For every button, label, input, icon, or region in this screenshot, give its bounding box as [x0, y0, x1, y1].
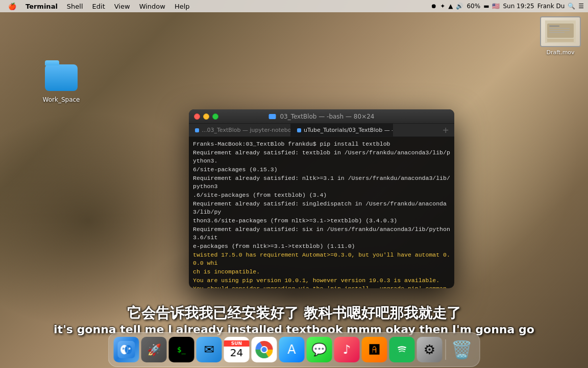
- minimize-button[interactable]: [203, 113, 209, 120]
- menubar: 🍎 Terminal Shell Edit View Window Help ⏺…: [0, 0, 588, 12]
- thumbnail-label: Draft.mov: [540, 49, 581, 56]
- terminal-line-7: thon3.6/site-packages (from nltk>=3.1->t…: [193, 217, 450, 225]
- terminal-line-6: Requirement already satisfied: singledis…: [193, 200, 450, 217]
- menu-help[interactable]: Help: [170, 0, 194, 12]
- tab-bash-label: uTube_Tutorials/03_TextBlob — -bash: [304, 127, 393, 133]
- dock-messages[interactable]: 💬: [307, 337, 332, 362]
- menu-view[interactable]: View: [110, 0, 134, 12]
- terminal-icon: [269, 114, 276, 119]
- desktop-icon-workspace[interactable]: Work_Space: [41, 61, 82, 103]
- svg-rect-4: [549, 28, 570, 29]
- recording-indicator: ⏺: [431, 3, 437, 10]
- terminal-line-4: Requirement already satisfied: nltk>=3.1…: [193, 174, 450, 191]
- svg-rect-2: [547, 39, 574, 42]
- terminal-line-12: You are using pip version 10.0.1, howeve…: [193, 277, 450, 285]
- battery-level: 60%: [467, 3, 480, 10]
- dock-appstore[interactable]: A: [279, 337, 305, 362]
- tab-dot-active: [297, 128, 301, 132]
- terminal-titlebar: 03_TextBlob — -bash — 80×24: [189, 109, 454, 124]
- app-name[interactable]: Terminal: [21, 0, 62, 12]
- username: Frank Du: [537, 3, 565, 10]
- dock-terminal[interactable]: $_: [169, 337, 194, 362]
- dock-mail[interactable]: ✉️: [197, 337, 222, 362]
- tab-jupyter-label: ...03_TextBlob — jupyter-notebook • pyth…: [202, 127, 291, 133]
- dock-weibo[interactable]: ♪: [334, 337, 360, 362]
- svg-rect-5: [549, 30, 570, 31]
- folder-label: Work_Space: [43, 96, 80, 103]
- terminal-line-10: twisted 17.5.0 has requirement Automat>=…: [193, 251, 450, 268]
- thumbnail-preview[interactable]: [540, 16, 581, 47]
- menubar-right: ⏺ ✦ ▲ 🔊 60% ▬ 🇺🇸 Sun 19:25 Frank Du 🔍 ☰: [431, 3, 584, 10]
- terminal-line-13: You should consider upgrading via the 'p…: [193, 285, 450, 288]
- dock-launchpad[interactable]: 🚀: [141, 337, 167, 362]
- dock-unknown1[interactable]: 🅰: [362, 337, 387, 362]
- dock-calendar[interactable]: SUN 24: [224, 337, 250, 362]
- dock: 🚀 $_ ✉️ SUN 24 A 💬 ♪ 🅰: [108, 332, 480, 367]
- dock-chrome[interactable]: [252, 337, 277, 362]
- traffic-lights: [194, 113, 218, 120]
- svg-point-12: [122, 348, 124, 349]
- dock-separator: [446, 339, 446, 360]
- menu-edit[interactable]: Edit: [88, 0, 109, 12]
- menu-window[interactable]: Window: [135, 0, 169, 12]
- bluetooth-icon: ✦: [440, 3, 445, 10]
- tab-dot: [195, 128, 199, 132]
- svg-rect-6: [549, 32, 565, 33]
- terminal-line-2: Requirement already satisfied: textblob …: [193, 149, 450, 166]
- terminal-window: 03_TextBlob — -bash — 80×24 ...03_TextBl…: [189, 109, 454, 288]
- tab-jupyter[interactable]: ...03_TextBlob — jupyter-notebook • pyth…: [189, 124, 291, 136]
- terminal-line-5: .6/site-packages (from textblob) (3.4): [193, 191, 450, 200]
- terminal-title: 03_TextBlob — -bash — 80×24: [269, 113, 375, 120]
- tab-bash[interactable]: uTube_Tutorials/03_TextBlob — -bash: [291, 124, 393, 136]
- terminal-line-9: e-packages (from nltk>=3.1->textblob) (1…: [193, 242, 450, 251]
- flag-icon: 🇺🇸: [492, 3, 500, 10]
- notification-icon[interactable]: ☰: [578, 3, 584, 10]
- battery-icon: ▬: [483, 3, 489, 10]
- terminal-tabs: ...03_TextBlob — jupyter-notebook • pyth…: [189, 124, 454, 137]
- svg-rect-3: [549, 26, 559, 27]
- terminal-content[interactable]: Franks-MacBook:03_TextBlob frankdu$ pip …: [189, 137, 454, 288]
- terminal-line-8: Requirement already satisfied: six in /U…: [193, 225, 450, 242]
- svg-point-9: [125, 345, 132, 354]
- dock-settings[interactable]: ⚙️: [417, 337, 443, 362]
- dock-finder[interactable]: [114, 337, 139, 362]
- dock-spotify[interactable]: [389, 337, 415, 362]
- apple-menu[interactable]: 🍎: [4, 0, 20, 12]
- menu-shell[interactable]: Shell: [63, 0, 87, 12]
- folder-icon: [45, 61, 78, 94]
- menubar-left: 🍎 Terminal Shell Edit View Window Help: [4, 0, 194, 12]
- terminal-line-1: Franks-MacBook:03_TextBlob frankdu$ pip …: [193, 140, 450, 149]
- terminal-line-11: ch is incompatible.: [193, 268, 450, 277]
- svg-point-14: [129, 348, 130, 349]
- terminal-line-3: 6/site-packages (0.15.3): [193, 166, 450, 174]
- search-icon[interactable]: 🔍: [568, 3, 575, 10]
- volume-icon: 🔊: [456, 3, 463, 10]
- add-tab-button[interactable]: +: [437, 124, 454, 136]
- maximize-button[interactable]: [212, 113, 218, 120]
- subtitle-chinese: 它会告诉我我已经安装好了 教科书嗯好吧那我就走了: [10, 304, 578, 323]
- wifi-icon: ▲: [448, 3, 453, 10]
- thumbnail-content: [541, 17, 580, 46]
- svg-point-18: [395, 342, 410, 357]
- close-button[interactable]: [194, 113, 200, 120]
- datetime: Sun 19:25: [503, 3, 534, 10]
- svg-point-17: [262, 347, 267, 352]
- dock-trash[interactable]: 🗑️: [449, 337, 475, 362]
